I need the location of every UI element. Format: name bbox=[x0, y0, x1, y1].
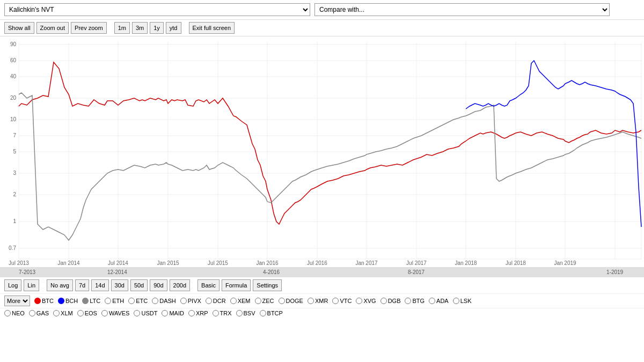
coin-item-EOS[interactable]: EOS bbox=[77, 310, 97, 316]
zoom-out-button[interactable]: Zoom out bbox=[36, 22, 69, 34]
coin-dot-BTC bbox=[34, 298, 41, 304]
coin-radio-USDT[interactable] bbox=[134, 310, 140, 316]
200d-button[interactable]: 200d bbox=[170, 279, 190, 291]
coin-row-1: More BTCBCHLTCETHETCDASHPIVXDCRXEMZECDOG… bbox=[0, 293, 644, 308]
coin-radio-ETH[interactable] bbox=[105, 298, 111, 304]
50d-button[interactable]: 50d bbox=[130, 279, 148, 291]
coin-item-PIVX[interactable]: PIVX bbox=[180, 298, 201, 304]
coin-item-XEM[interactable]: XEM bbox=[230, 298, 251, 304]
svg-text:Jul 2013: Jul 2013 bbox=[9, 260, 29, 266]
coin-radio-WAVES[interactable] bbox=[101, 310, 108, 316]
coin-radio-MAID[interactable] bbox=[162, 310, 168, 316]
coin-radio-XEM[interactable] bbox=[230, 298, 237, 304]
exit-fullscreen-button[interactable]: Exit full screen bbox=[189, 22, 235, 34]
svg-text:5: 5 bbox=[13, 149, 16, 154]
coin-radio-XRP[interactable] bbox=[188, 310, 195, 316]
formula-button[interactable]: Formula bbox=[222, 279, 251, 291]
coin-radio-ZEC[interactable] bbox=[255, 298, 261, 304]
7d-button[interactable]: 7d bbox=[75, 279, 89, 291]
coin-item-LSK[interactable]: LSK bbox=[453, 298, 472, 304]
coin-label-XVG: XVG bbox=[363, 298, 376, 304]
svg-text:Jan 2014: Jan 2014 bbox=[57, 260, 80, 266]
coin-radio-XLM[interactable] bbox=[53, 310, 60, 316]
coin-item-WAVES[interactable]: WAVES bbox=[101, 310, 130, 316]
coin-item-BTG[interactable]: BTG bbox=[405, 298, 425, 304]
coin-item-BTCP[interactable]: BTCP bbox=[260, 310, 283, 316]
coin-item-XLM[interactable]: XLM bbox=[53, 310, 73, 316]
coin-row-2: NEOGASXLMEOSWAVESUSDTMAIDXRPTRXBSVBTCP bbox=[0, 308, 644, 318]
coin-radio-DASH[interactable] bbox=[152, 298, 158, 304]
no-avg-button[interactable]: No avg bbox=[47, 279, 73, 291]
3m-button[interactable]: 3m bbox=[132, 22, 148, 34]
basic-button[interactable]: Basic bbox=[197, 279, 219, 291]
coin-item-BTC[interactable]: BTC bbox=[34, 298, 54, 304]
coin-radio-BTCP[interactable] bbox=[260, 310, 266, 316]
coin-radio-PIVX[interactable] bbox=[180, 298, 187, 304]
coin-radio-XMR[interactable] bbox=[308, 298, 314, 304]
controls-bar: Show all Zoom out Prev zoom 1m 3m 1y ytd… bbox=[0, 20, 644, 36]
main-indicator-select[interactable]: Kalichkin's NVT bbox=[4, 3, 310, 16]
svg-text:Jan 2019: Jan 2019 bbox=[554, 260, 576, 266]
svg-text:Jan 2018: Jan 2018 bbox=[455, 260, 477, 266]
coin-item-DASH[interactable]: DASH bbox=[152, 298, 176, 304]
coin-item-LTC[interactable]: LTC bbox=[82, 298, 100, 304]
range-bar: 7-2013 12-2014 4-2016 8-2017 1-2019 bbox=[0, 267, 644, 277]
coin-radio-ADA[interactable] bbox=[429, 298, 435, 304]
coin-radio-LSK[interactable] bbox=[453, 298, 459, 304]
coin-item-DCR[interactable]: DCR bbox=[206, 298, 226, 304]
more-dropdown-container[interactable]: More bbox=[4, 295, 30, 306]
coin-radio-GAS[interactable] bbox=[29, 310, 35, 316]
coin-radio-NEO[interactable] bbox=[4, 310, 11, 316]
coin-item-ETH[interactable]: ETH bbox=[105, 298, 124, 304]
coin-item-XRP[interactable]: XRP bbox=[188, 310, 208, 316]
coin-label-BCH: BCH bbox=[65, 298, 78, 304]
coin-label-XLM: XLM bbox=[61, 310, 73, 316]
svg-text:Jul 2014: Jul 2014 bbox=[108, 260, 128, 266]
coin-item-ZEC[interactable]: ZEC bbox=[255, 298, 274, 304]
coin-radio-EOS[interactable] bbox=[77, 310, 84, 316]
log-button[interactable]: Log bbox=[4, 279, 21, 291]
coin-radio-BSV[interactable] bbox=[236, 310, 243, 316]
coin-radio-XVG[interactable] bbox=[356, 298, 362, 304]
coin-item-ETC[interactable]: ETC bbox=[128, 298, 148, 304]
coin-item-DOGE[interactable]: DOGE bbox=[279, 298, 303, 304]
prev-zoom-button[interactable]: Prev zoom bbox=[71, 22, 107, 34]
coin-radio-TRX[interactable] bbox=[213, 310, 219, 316]
coin-radio-BTG[interactable] bbox=[405, 298, 411, 304]
coin-item-BSV[interactable]: BSV bbox=[236, 310, 255, 316]
coin-item-TRX[interactable]: TRX bbox=[213, 310, 232, 316]
coin-item-MAID[interactable]: MAID bbox=[162, 310, 184, 316]
show-all-button[interactable]: Show all bbox=[4, 22, 34, 34]
coin-item-XVG[interactable]: XVG bbox=[356, 298, 376, 304]
30d-button[interactable]: 30d bbox=[111, 279, 128, 291]
coin-item-USDT[interactable]: USDT bbox=[134, 310, 157, 316]
svg-text:Jul 2016: Jul 2016 bbox=[307, 260, 327, 266]
coin-item-GAS[interactable]: GAS bbox=[29, 310, 49, 316]
coin-item-VTC[interactable]: VTC bbox=[332, 298, 352, 304]
14d-button[interactable]: 14d bbox=[91, 279, 108, 291]
coin-radio-DGB[interactable] bbox=[380, 298, 387, 304]
settings-button[interactable]: Settings bbox=[253, 279, 282, 291]
coin-radio-DOGE[interactable] bbox=[279, 298, 285, 304]
lin-button[interactable]: Lin bbox=[24, 279, 39, 291]
coin-radio-VTC[interactable] bbox=[332, 298, 339, 304]
coin-item-ADA[interactable]: ADA bbox=[429, 298, 449, 304]
svg-text:40: 40 bbox=[10, 73, 17, 79]
coin-radio-ETC[interactable] bbox=[128, 298, 135, 304]
coin-label-NEO: NEO bbox=[12, 310, 25, 316]
coin-item-BCH[interactable]: BCH bbox=[58, 298, 78, 304]
coin-item-XMR[interactable]: XMR bbox=[308, 298, 328, 304]
coin-radio-DCR[interactable] bbox=[206, 298, 212, 304]
coin-label-BTCP: BTCP bbox=[267, 310, 283, 316]
compare-select[interactable]: Compare with... bbox=[314, 3, 610, 16]
90d-button[interactable]: 90d bbox=[150, 279, 167, 291]
1y-button[interactable]: 1y bbox=[150, 22, 164, 34]
coin-item-DGB[interactable]: DGB bbox=[380, 298, 401, 304]
ytd-button[interactable]: ytd bbox=[166, 22, 181, 34]
coin-label-ETC: ETC bbox=[136, 298, 148, 304]
coin-label-DOGE: DOGE bbox=[286, 298, 303, 304]
coin-item-NEO[interactable]: NEO bbox=[4, 310, 25, 316]
coin-label-ETH: ETH bbox=[112, 298, 124, 304]
more-select[interactable]: More bbox=[4, 295, 30, 306]
1m-button[interactable]: 1m bbox=[114, 22, 130, 34]
